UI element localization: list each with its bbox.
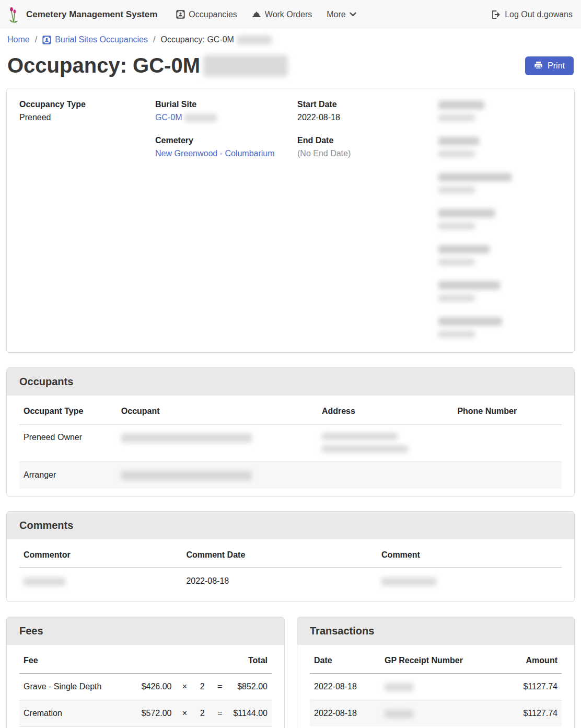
page-title: Occupancy: GC-0M bbox=[7, 54, 288, 77]
redacted-text bbox=[322, 445, 408, 453]
column-header: Comment bbox=[377, 542, 562, 568]
redacted-text bbox=[438, 331, 475, 338]
fees-header-row: Fee Total bbox=[19, 648, 272, 674]
redacted-text bbox=[438, 281, 500, 290]
print-button-label: Print bbox=[548, 61, 565, 71]
comments-table: Commentor Comment Date Comment 2022-08-1… bbox=[19, 542, 562, 594]
breadcrumb-separator: / bbox=[153, 35, 155, 44]
column-header: Phone Number bbox=[453, 399, 562, 424]
transaction-date-cell: 2022-08-18 bbox=[310, 673, 380, 700]
hardhat-icon bbox=[252, 10, 261, 19]
headstone-icon bbox=[176, 10, 185, 19]
transactions-table: Date GP Receipt Number Amount 2022-08-18… bbox=[310, 648, 562, 726]
fee-total-cell: $1144.00 bbox=[229, 700, 272, 726]
redacted-text bbox=[438, 101, 484, 109]
breadcrumb-separator: / bbox=[35, 35, 37, 44]
fee-times-cell: × bbox=[176, 700, 193, 726]
nav-item-label: Work Orders bbox=[265, 10, 312, 19]
burial-site-link[interactable]: GC-0M bbox=[155, 113, 217, 122]
breadcrumb-current: Occupancy: GC-0M bbox=[160, 35, 271, 44]
redacted-text bbox=[184, 114, 217, 122]
logout-button[interactable]: Log Out d.gowans bbox=[492, 10, 573, 19]
fee-qty-cell: 2 bbox=[193, 700, 211, 726]
redacted-field bbox=[438, 244, 562, 267]
comment-date-cell: 2022-08-18 bbox=[182, 568, 377, 594]
breadcrumb-occupancies-link[interactable]: Burial Sites Occupancies bbox=[42, 35, 148, 44]
fee-price-cell: $426.00 bbox=[131, 673, 176, 700]
field-value: 2022-08-18 bbox=[297, 113, 438, 122]
details-col-2: Burial Site GC-0M Cemetery New Greenwood… bbox=[155, 100, 297, 352]
transactions-card: Transactions Date GP Receipt Number Amou… bbox=[297, 617, 575, 728]
field-start-date: Start Date 2022-08-18 bbox=[297, 100, 438, 122]
redacted-field bbox=[438, 316, 562, 339]
table-row: Grave - Single Depth $426.00 × 2 = $852.… bbox=[19, 673, 272, 700]
fee-price-cell: $572.00 bbox=[131, 700, 176, 726]
occupant-cell bbox=[117, 462, 318, 489]
field-occupancy-type: Occupancy Type Preneed bbox=[19, 100, 155, 122]
redacted-text bbox=[237, 36, 272, 44]
burial-site-link-text: GC-0M bbox=[155, 113, 182, 122]
top-navbar: Cemetery Management System Occupancies bbox=[0, 0, 581, 29]
nav-item-occupancies[interactable]: Occupancies bbox=[169, 6, 245, 24]
redacted-field bbox=[438, 172, 562, 194]
redacted-text bbox=[438, 317, 502, 326]
table-row: Cremation $572.00 × 2 = $1144.00 bbox=[19, 700, 272, 726]
print-button[interactable]: Print bbox=[525, 56, 574, 75]
fees-header: Fees bbox=[7, 617, 284, 645]
receipt-number-cell bbox=[380, 700, 494, 726]
transaction-date-cell: 2022-08-18 bbox=[310, 700, 380, 726]
comments-card: Comments Commentor Comment Date Comment … bbox=[6, 511, 575, 602]
nav-item-label: Occupancies bbox=[189, 10, 237, 19]
page-title-text: Occupancy: GC-0M bbox=[7, 54, 200, 77]
breadcrumb-current-label: Occupancy: GC-0M bbox=[160, 35, 234, 44]
field-cemetery: Cemetery New Greenwood - Columbarium bbox=[155, 136, 297, 158]
nav-item-work-orders[interactable]: Work Orders bbox=[245, 6, 319, 24]
redacted-field bbox=[438, 208, 562, 230]
address-cell bbox=[318, 424, 454, 462]
details-col-1: Occupancy Type Preneed bbox=[19, 100, 155, 352]
column-header: Occupant Type bbox=[19, 399, 117, 424]
field-burial-site: Burial Site GC-0M bbox=[155, 100, 297, 122]
redacted-text bbox=[438, 209, 495, 217]
redacted-text bbox=[121, 471, 252, 480]
phone-cell bbox=[453, 424, 562, 462]
redacted-text bbox=[121, 433, 252, 443]
details-col-3: Start Date 2022-08-18 End Date (No End D… bbox=[297, 100, 438, 352]
occupant-cell bbox=[117, 424, 318, 462]
nav-item-label: More bbox=[327, 10, 345, 19]
bottom-columns: Fees Fee Total Grave - Single Depth $426… bbox=[6, 617, 575, 728]
tulips-logo-icon bbox=[8, 6, 21, 24]
title-row: Occupancy: GC-0M Print bbox=[0, 49, 581, 88]
redacted-text bbox=[438, 137, 479, 145]
redacted-text bbox=[438, 173, 512, 181]
commentor-cell bbox=[19, 568, 182, 594]
table-row: 2022-08-18 $1127.74 bbox=[310, 700, 562, 726]
comments-header: Comments bbox=[7, 512, 574, 539]
breadcrumb-occupancies-label: Burial Sites Occupancies bbox=[55, 35, 148, 44]
column-header: Total bbox=[131, 648, 272, 674]
cemetery-link[interactable]: New Greenwood - Columbarium bbox=[155, 149, 275, 158]
occupants-table: Occupant Type Occupant Address Phone Num… bbox=[19, 399, 562, 489]
printer-icon bbox=[534, 61, 543, 70]
occupants-header: Occupants bbox=[7, 368, 574, 396]
fee-times-cell: × bbox=[176, 673, 193, 700]
field-value: Preneed bbox=[19, 113, 155, 122]
comments-header-row: Commentor Comment Date Comment bbox=[19, 542, 562, 568]
field-label: End Date bbox=[297, 136, 438, 145]
transactions-header-row: Date GP Receipt Number Amount bbox=[310, 648, 562, 674]
nav-item-more[interactable]: More bbox=[319, 6, 363, 24]
breadcrumb-home-link[interactable]: Home bbox=[7, 35, 30, 44]
column-header: Fee bbox=[19, 648, 131, 674]
redacted-text bbox=[438, 223, 475, 229]
column-header: Date bbox=[310, 648, 380, 674]
redacted-field bbox=[438, 100, 562, 122]
redacted-text bbox=[322, 433, 398, 440]
redacted-text bbox=[438, 187, 475, 193]
column-header: Amount bbox=[494, 648, 562, 674]
redacted-text bbox=[385, 683, 413, 691]
details-col-4-redacted bbox=[438, 100, 562, 352]
sign-out-icon bbox=[492, 10, 501, 19]
field-label: Burial Site bbox=[155, 100, 297, 109]
table-row: Arranger bbox=[19, 462, 562, 489]
column-header: Occupant bbox=[117, 399, 318, 424]
